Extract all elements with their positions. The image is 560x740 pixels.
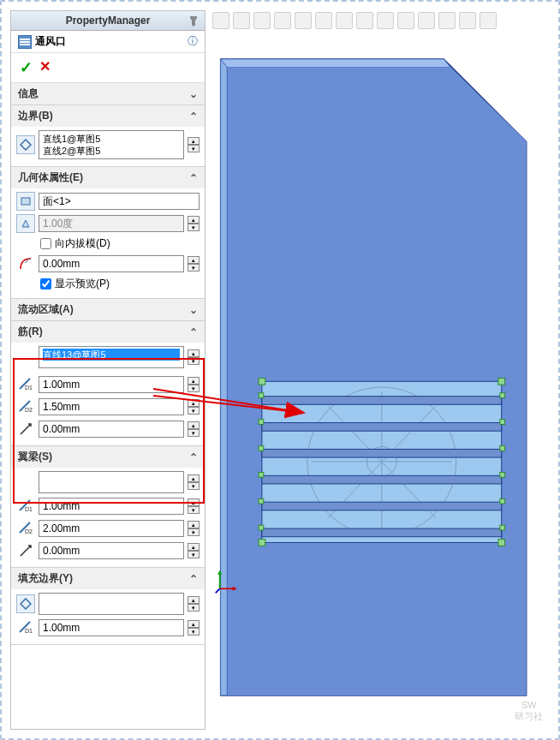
chevron-up-icon: ⌃: [189, 451, 198, 463]
toolbar-button[interactable]: [212, 12, 229, 29]
toolbar-button[interactable]: [377, 12, 394, 29]
spars-d2-input[interactable]: [39, 520, 184, 537]
section-header-flow-area[interactable]: 流动区域(A) ⌄: [11, 299, 205, 320]
toolbar-button[interactable]: [233, 12, 250, 29]
toolbar-button[interactable]: [336, 12, 353, 29]
svg-rect-26: [259, 446, 264, 451]
draft-inward-label: 向内拔模(D): [55, 236, 110, 251]
feature-icon: [18, 35, 32, 49]
toolbar-button[interactable]: [459, 12, 476, 29]
svg-rect-33: [500, 525, 505, 530]
list-item[interactable]: 直线1@草图5: [43, 133, 180, 145]
spars-offset-input[interactable]: [39, 542, 184, 559]
ok-button[interactable]: ✓: [20, 58, 33, 77]
svg-rect-2: [20, 44, 30, 45]
spinner[interactable]: ▴▾: [188, 620, 200, 636]
list-item[interactable]: 直线2@草图5: [43, 145, 180, 157]
fill-boundary-listbox[interactable]: [39, 593, 184, 615]
watermark-line2: 研习社: [515, 710, 543, 723]
svg-text:D2: D2: [25, 528, 33, 534]
spinner[interactable]: ▴▾: [188, 543, 200, 558]
svg-rect-14: [262, 449, 502, 457]
toolbar-button[interactable]: [295, 12, 312, 29]
property-manager-panel: PropertyManager 通风口 ⓘ ✓ ✕ 信息 ⌄: [10, 10, 206, 730]
svg-rect-21: [498, 540, 505, 546]
spinner[interactable]: ▴▾: [188, 498, 200, 514]
pin-icon[interactable]: [188, 15, 200, 29]
panel-title-bar: PropertyManager: [11, 11, 205, 31]
d1-icon: D1: [16, 497, 35, 516]
section-boundary: 边界(B) ⌃ 直线1@草图5 直线2@草图5 ▴▾: [11, 105, 205, 167]
d1-icon: D1: [16, 618, 35, 637]
chevron-up-icon: ⌃: [189, 172, 198, 184]
watermark-line1: SW: [515, 700, 543, 710]
section-title-ribs: 筋(R): [18, 325, 43, 339]
help-icon[interactable]: ⓘ: [188, 34, 198, 49]
toolbar-button[interactable]: [438, 12, 456, 29]
spinner[interactable]: ▴▾: [188, 349, 200, 365]
section-geometry: 几何体属性(E) ⌃ ▴▾: [11, 167, 205, 299]
toolbar-button[interactable]: [480, 12, 497, 29]
svg-rect-15: [262, 475, 502, 484]
section-header-info[interactable]: 信息 ⌄: [11, 83, 205, 104]
blank-icon: [16, 473, 35, 492]
svg-text:D1: D1: [25, 506, 33, 512]
3d-viewport[interactable]: [206, 10, 550, 730]
svg-rect-31: [500, 498, 505, 504]
offset-input[interactable]: [39, 255, 184, 272]
section-header-fill-boundary[interactable]: 填充边界(Y) ⌃: [11, 568, 205, 589]
section-header-ribs[interactable]: 筋(R) ⌃: [11, 321, 205, 343]
viewport-toolbar: [212, 10, 543, 31]
chevron-up-icon: ⌃: [189, 110, 198, 122]
toolbar-button[interactable]: [274, 12, 291, 29]
spinner[interactable]: ▴▾: [188, 596, 200, 612]
spars-d1-input[interactable]: [39, 498, 184, 515]
svg-rect-29: [500, 472, 505, 477]
draft-inward-checkbox[interactable]: [40, 238, 51, 249]
svg-marker-37: [233, 587, 237, 591]
panel-title-text: PropertyManager: [66, 15, 151, 27]
spinner[interactable]: ▴▾: [188, 474, 200, 490]
spinner[interactable]: ▴▾: [188, 521, 200, 536]
section-header-spars[interactable]: 翼梁(S) ⌃: [11, 446, 205, 468]
toolbar-button[interactable]: [418, 12, 435, 29]
toolbar-button[interactable]: [397, 12, 414, 29]
d2-icon: D2: [16, 519, 35, 538]
spinner[interactable]: ▴▾: [188, 256, 200, 272]
section-header-boundary[interactable]: 边界(B) ⌃: [11, 105, 205, 127]
d1-icon: D1: [16, 375, 35, 394]
svg-line-38: [216, 588, 220, 593]
chevron-down-icon: ⌄: [189, 88, 198, 100]
feature-header: 通风口 ⓘ: [11, 31, 205, 53]
svg-text:D1: D1: [25, 385, 33, 391]
section-title-fill-boundary: 填充边界(Y): [18, 571, 73, 586]
offset-icon: [16, 541, 35, 560]
boundary-listbox[interactable]: 直线1@草图5 直线2@草图5: [39, 130, 184, 159]
svg-rect-32: [259, 525, 264, 530]
ribs-listbox[interactable]: 直线13@草图5: [39, 346, 184, 368]
section-header-geometry[interactable]: 几何体属性(E) ⌃: [11, 167, 205, 188]
toolbar-button[interactable]: [253, 12, 271, 29]
toolbar-button[interactable]: [356, 12, 373, 29]
svg-marker-35: [217, 570, 222, 575]
toolbar-button[interactable]: [315, 12, 332, 29]
spars-listbox[interactable]: [39, 471, 184, 493]
section-fill-boundary: 填充边界(Y) ⌃ ▴▾ D1: [11, 568, 205, 645]
section-spars: 翼梁(S) ⌃ ▴▾ D1 ▴▾: [11, 446, 205, 568]
svg-rect-17: [262, 528, 502, 537]
list-item-selected[interactable]: 直线13@草图5: [43, 349, 180, 361]
fill-d1-input[interactable]: [39, 619, 184, 636]
section-title-spars: 翼梁(S): [18, 450, 52, 464]
face-input[interactable]: [39, 193, 200, 210]
svg-rect-25: [500, 420, 505, 425]
section-flow-area: 流动区域(A) ⌄: [11, 299, 205, 321]
svg-rect-16: [262, 502, 502, 510]
spinner[interactable]: ▴▾: [188, 137, 200, 152]
diamond-icon: [16, 594, 35, 613]
section-info: 信息 ⌄: [11, 83, 205, 105]
spinner: ▴▾: [188, 216, 200, 231]
diamond-icon: [16, 135, 35, 154]
cancel-button[interactable]: ✕: [39, 58, 51, 77]
show-preview-checkbox[interactable]: [40, 278, 51, 289]
3d-model[interactable]: [212, 34, 543, 712]
